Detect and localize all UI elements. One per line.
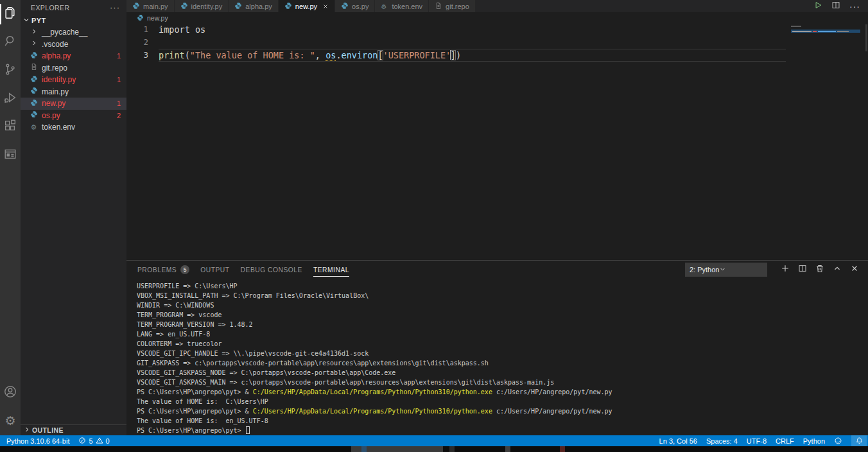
python-icon (30, 99, 38, 109)
explorer-sidebar: EXPLORER ··· PYT __pycache__.vscodealpha… (21, 0, 126, 435)
file-icon (435, 2, 442, 11)
run-icon (813, 1, 822, 12)
sidebar-item-label: os.py (42, 111, 60, 120)
sidebar-item-new-py[interactable]: new.py1 (21, 98, 126, 110)
code-editor[interactable]: 1import os23print("The value of HOME is:… (126, 23, 868, 62)
split-editor-button[interactable] (831, 1, 840, 12)
folder-root-pyt[interactable]: PYT (21, 15, 126, 26)
sidebar-item-token-env[interactable]: ⚙token.env (21, 121, 126, 134)
tab-os-py[interactable]: os.py (335, 0, 375, 12)
gear-icon: ⚙ (30, 123, 38, 132)
tab-new-py[interactable]: new.py (279, 0, 335, 12)
panel-tab-problems[interactable]: PROBLEMS5 (137, 262, 189, 277)
feedback-icon[interactable] (834, 437, 842, 445)
more-actions-icon[interactable]: ··· (110, 3, 120, 12)
activity-extensions-button[interactable] (0, 113, 21, 141)
status-eol[interactable]: CRLF (776, 437, 794, 445)
minimap[interactable] (791, 26, 863, 33)
sidebar-item-os-py[interactable]: os.py2 (21, 110, 126, 122)
activity-run-debug-button[interactable] (0, 85, 21, 113)
sidebar-item-vscode[interactable]: .vscode (21, 39, 126, 51)
sidebar-title: EXPLORER (31, 4, 69, 12)
gear-icon: ⚙ (381, 3, 386, 10)
tab-alpha-py[interactable]: alpha.py (229, 0, 279, 12)
sidebar-item-pycache[interactable]: __pycache__ (21, 26, 126, 39)
warning-icon (96, 437, 103, 446)
maximize-panel-button[interactable] (833, 264, 842, 275)
error-count: 5 (89, 437, 92, 445)
tab-label: main.py (143, 3, 168, 10)
terminal-selector-dropdown[interactable]: 2: Python (685, 263, 767, 277)
status-language-mode[interactable]: Python (803, 437, 825, 445)
activity-explorer-button[interactable] (0, 0, 21, 28)
problem-count-badge: 1 (117, 52, 121, 60)
chevron-down-icon (22, 17, 31, 25)
breadcrumb[interactable]: new.py (126, 12, 868, 23)
problem-count-badge: 1 (117, 76, 121, 83)
run-button[interactable] (813, 1, 822, 12)
tab-identity-py[interactable]: identity.py (175, 0, 229, 12)
code-line-2: 2 (126, 36, 868, 49)
split-terminal-button[interactable] (798, 264, 807, 275)
activity-settings-button[interactable]: ⚙ (0, 407, 21, 435)
settings-gear-icon: ⚙ (4, 415, 15, 428)
status-indentation[interactable]: Spaces: 4 (706, 437, 738, 445)
python-icon (234, 2, 242, 11)
python-icon (180, 2, 188, 11)
tab-token-env[interactable]: ⚙token.env (375, 0, 429, 12)
file-icon (435, 3, 442, 10)
gear-icon: ⚙ (31, 123, 37, 132)
status-python-interpreter[interactable]: Python 3.10.6 64-bit (6, 437, 69, 445)
tab-label: os.py (352, 3, 369, 10)
terminal-line: LANG => en_US.UTF-8 (137, 329, 868, 339)
panel-tab-terminal[interactable]: TERMINAL (313, 263, 349, 277)
tab-main-py[interactable]: main.py (126, 0, 175, 12)
new-terminal-button[interactable] (781, 264, 790, 275)
notifications-bell-icon[interactable] (851, 435, 867, 446)
more-actions-button[interactable]: ··· (849, 1, 860, 12)
chevron-down-icon (719, 266, 726, 274)
sidebar-item-git-repo[interactable]: git.repo (21, 62, 126, 74)
python-icon (137, 14, 144, 21)
sidebar-item-main-py[interactable]: main.py (21, 86, 126, 98)
terminal-line: PS C:\Users\HP\angrepo\pyt> & C:/Users/H… (137, 406, 868, 416)
status-cursor-position[interactable]: Ln 3, Col 56 (659, 437, 697, 445)
chevron-right-icon (30, 28, 38, 37)
python-icon (180, 3, 188, 10)
panel: PROBLEMS5OUTPUTDEBUG CONSOLETERMINAL 2: … (126, 260, 868, 435)
close-panel-button[interactable] (850, 264, 859, 275)
warning-icon (96, 438, 103, 446)
sidebar-item-identity-py[interactable]: identity.py1 (21, 74, 126, 86)
sidebar-item-alpha-py[interactable]: alpha.py1 (21, 50, 126, 62)
trash-icon (815, 264, 824, 275)
status-encoding[interactable]: UTF-8 (747, 437, 767, 445)
panel-tab-debug-console[interactable]: DEBUG CONSOLE (241, 263, 302, 277)
split-editor-icon (798, 264, 807, 275)
terminal-line: PS C:\Users\HP\angrepo\pyt> (137, 426, 868, 435)
sidebar-item-label: new.py (42, 99, 65, 108)
activity-custom-view-button[interactable] (0, 141, 21, 170)
status-problems[interactable]: 5 0 (78, 437, 109, 446)
activity-source-control-button[interactable] (0, 56, 21, 85)
kill-terminal-button[interactable] (815, 264, 824, 275)
tab-label: token.env (392, 3, 422, 10)
tab-label: git.repo (446, 3, 469, 10)
split-editor-icon (831, 1, 840, 12)
panel-tab-output[interactable]: OUTPUT (200, 263, 229, 277)
terminal-line: WINDIR => C:\WINDOWS (137, 300, 868, 310)
close-icon[interactable] (322, 3, 329, 10)
error-icon (78, 437, 86, 446)
windows-taskbar[interactable] (0, 446, 868, 452)
terminal-selector-value: 2: Python (690, 266, 719, 274)
editor-scrollbar[interactable] (865, 24, 867, 51)
terminal-line: VBOX_MSI_INSTALL_PATH => C:\Program File… (137, 291, 868, 300)
activity-search-button[interactable] (0, 28, 21, 56)
tab-git-repo[interactable]: git.repo (429, 0, 476, 12)
panel-tab-label: OUTPUT (200, 266, 229, 274)
warning-count: 0 (106, 437, 110, 445)
outline-section[interactable]: OUTLINE (21, 424, 126, 435)
terminal-output[interactable]: USERPROFILE => C:\Users\HPVBOX_MSI_INSTA… (126, 279, 868, 435)
vscode-window: ⚙ EXPLORER ··· PYT __pycache__.vscodealp… (0, 0, 868, 452)
activity-account-button[interactable] (0, 379, 21, 407)
chevron-down-icon (22, 16, 31, 25)
